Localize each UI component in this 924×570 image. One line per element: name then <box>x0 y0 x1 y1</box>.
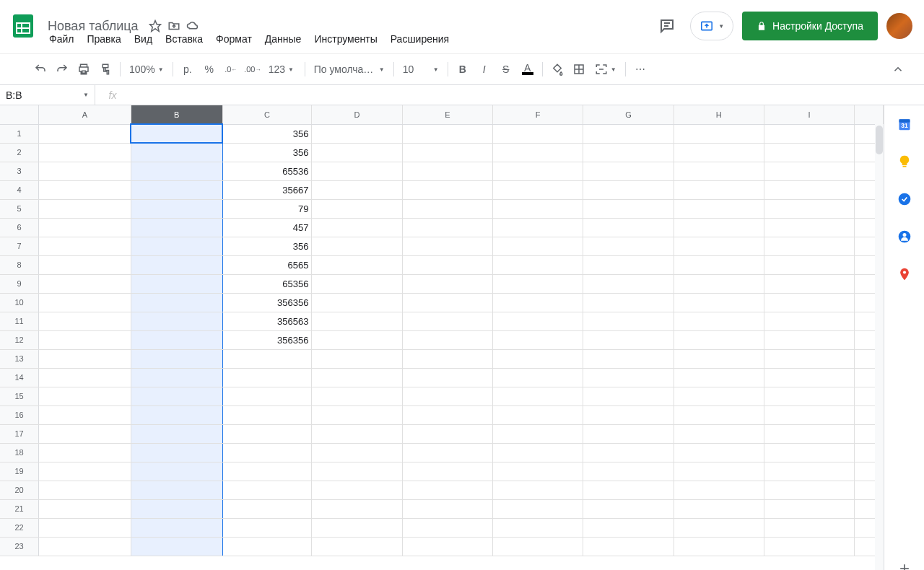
cell-G20[interactable] <box>583 481 674 499</box>
row-header-4[interactable]: 4 <box>0 180 39 199</box>
cell-B15[interactable] <box>131 387 222 405</box>
row-header-23[interactable]: 23 <box>0 537 39 556</box>
cell-F16[interactable] <box>492 405 583 424</box>
formula-input[interactable] <box>130 85 924 105</box>
cell-D17[interactable] <box>312 424 402 443</box>
cell-D18[interactable] <box>312 443 402 462</box>
cell-C15[interactable] <box>222 387 312 405</box>
cell-A12[interactable] <box>39 330 131 349</box>
cell-G13[interactable] <box>583 349 674 368</box>
cell-F21[interactable] <box>492 499 583 518</box>
cell-I5[interactable] <box>764 199 854 218</box>
cell-A17[interactable] <box>39 424 131 443</box>
number-format-dropdown[interactable]: 123▼ <box>264 59 300 79</box>
cell-I23[interactable] <box>764 537 854 556</box>
row-header-7[interactable]: 7 <box>0 237 39 255</box>
cell-D15[interactable] <box>312 387 402 405</box>
cell-C19[interactable] <box>222 462 312 481</box>
cell-B4[interactable] <box>131 180 222 199</box>
cell-G3[interactable] <box>583 162 674 180</box>
cell-D23[interactable] <box>312 537 402 556</box>
cell-C6[interactable]: 457 <box>222 218 312 237</box>
cell-H13[interactable] <box>674 349 764 368</box>
cell-A19[interactable] <box>39 462 131 481</box>
cell-F18[interactable] <box>492 443 583 462</box>
cell-I19[interactable] <box>764 462 854 481</box>
cell-I7[interactable] <box>764 237 854 255</box>
cell-H20[interactable] <box>674 481 764 499</box>
col-header-D[interactable]: D <box>312 105 402 124</box>
row-header-9[interactable]: 9 <box>0 274 39 293</box>
cell-G14[interactable] <box>583 368 674 387</box>
cell-C20[interactable] <box>222 481 312 499</box>
cell-A13[interactable] <box>39 349 131 368</box>
cell-C1[interactable]: 356 <box>222 124 312 143</box>
cell-D16[interactable] <box>312 405 402 424</box>
menu-расширения[interactable]: Расширения <box>385 30 455 48</box>
cell-D4[interactable] <box>312 180 402 199</box>
cell-F8[interactable] <box>492 255 583 274</box>
decrease-decimal-button[interactable]: .0← <box>221 59 241 79</box>
cell-E20[interactable] <box>402 481 492 499</box>
col-header-B[interactable]: B <box>131 105 222 124</box>
cell-G22[interactable] <box>583 518 674 537</box>
col-header-F[interactable]: F <box>492 105 583 124</box>
row-header-16[interactable]: 16 <box>0 405 39 424</box>
cell-F10[interactable] <box>492 293 583 312</box>
cell-H17[interactable] <box>674 424 764 443</box>
cell-B16[interactable] <box>131 405 222 424</box>
cell-B1[interactable] <box>131 124 222 143</box>
cell-H10[interactable] <box>674 293 764 312</box>
cell-B11[interactable] <box>131 312 222 330</box>
cell-B21[interactable] <box>131 499 222 518</box>
cell-G10[interactable] <box>583 293 674 312</box>
cell-C16[interactable] <box>222 405 312 424</box>
cell-A20[interactable] <box>39 481 131 499</box>
cell-G8[interactable] <box>583 255 674 274</box>
cell-I20[interactable] <box>764 481 854 499</box>
cell-E18[interactable] <box>402 443 492 462</box>
row-header-11[interactable]: 11 <box>0 312 39 330</box>
cell-E7[interactable] <box>402 237 492 255</box>
cell-C10[interactable]: 356356 <box>222 293 312 312</box>
cell-C9[interactable]: 65356 <box>222 274 312 293</box>
cell-C21[interactable] <box>222 499 312 518</box>
cell-I6[interactable] <box>764 218 854 237</box>
cell-B13[interactable] <box>131 349 222 368</box>
cell-E10[interactable] <box>402 293 492 312</box>
cell-H3[interactable] <box>674 162 764 180</box>
cell-A5[interactable] <box>39 199 131 218</box>
menu-вид[interactable]: Вид <box>128 30 158 48</box>
cell-C23[interactable] <box>222 537 312 556</box>
cell-H2[interactable] <box>674 143 764 162</box>
cell-E8[interactable] <box>402 255 492 274</box>
row-header-22[interactable]: 22 <box>0 518 39 537</box>
cell-B2[interactable] <box>131 143 222 162</box>
cell-D5[interactable] <box>312 199 402 218</box>
percent-button[interactable]: % <box>199 59 219 79</box>
cell-C7[interactable]: 356 <box>222 237 312 255</box>
strikethrough-button[interactable]: S <box>496 59 516 79</box>
redo-button[interactable] <box>52 59 72 79</box>
borders-button[interactable] <box>569 59 589 79</box>
cell-F19[interactable] <box>492 462 583 481</box>
cell-H5[interactable] <box>674 199 764 218</box>
cell-F13[interactable] <box>492 349 583 368</box>
cell-A2[interactable] <box>39 143 131 162</box>
cell-H18[interactable] <box>674 443 764 462</box>
cell-C11[interactable]: 356563 <box>222 312 312 330</box>
cell-H7[interactable] <box>674 237 764 255</box>
cell-A18[interactable] <box>39 443 131 462</box>
col-header-C[interactable]: C <box>222 105 312 124</box>
cell-I21[interactable] <box>764 499 854 518</box>
cell-H23[interactable] <box>674 537 764 556</box>
cell-A16[interactable] <box>39 405 131 424</box>
cell-E12[interactable] <box>402 330 492 349</box>
cell-D1[interactable] <box>312 124 402 143</box>
cell-H8[interactable] <box>674 255 764 274</box>
cell-G11[interactable] <box>583 312 674 330</box>
cell-H6[interactable] <box>674 218 764 237</box>
cell-B5[interactable] <box>131 199 222 218</box>
cell-F5[interactable] <box>492 199 583 218</box>
cell-A7[interactable] <box>39 237 131 255</box>
